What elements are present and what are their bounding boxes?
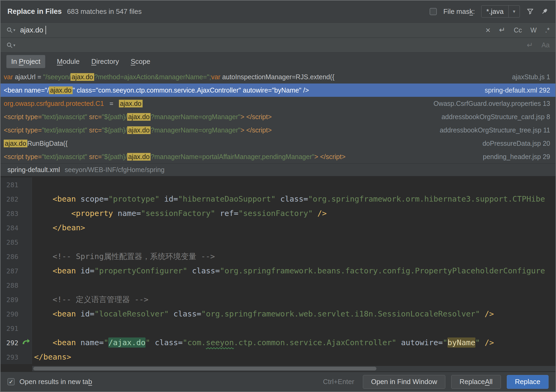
preview-file-path: seeyon/WEB-INF/cfgHome/spring <box>65 166 164 174</box>
editor-gutter: 282 <box>1 192 32 206</box>
editor-code <box>32 278 555 292</box>
editor-line: 285 <box>1 235 555 249</box>
editor-line: 282 <bean scope="prototype" id="hibernat… <box>1 192 555 206</box>
scope-tab-module[interactable]: Module <box>57 57 80 66</box>
editor-line: 292 <bean name="/ajax.do" class="com.see… <box>1 335 555 350</box>
editor-code <box>32 235 555 249</box>
replace-newline-icon[interactable]: ↵ <box>527 41 533 49</box>
editor-gutter: 290 <box>1 307 32 321</box>
editor-gutter: 286 <box>1 249 32 264</box>
result-row[interactable]: <script type="text/javascript" src="${pa… <box>1 110 555 123</box>
editor-line: 291 <box>1 321 555 335</box>
replace-input[interactable]: ▾ ↵ Aa <box>1 37 555 53</box>
replace-field-controls: ↵ Aa <box>527 41 550 49</box>
editor-line: 281 <box>1 177 555 192</box>
editor-gutter: 284 <box>1 220 32 235</box>
code-preview-editor[interactable]: 281282 <bean scope="prototype" id="hiber… <box>1 176 555 372</box>
replace-all-button[interactable]: Replace All <box>451 375 501 389</box>
replace-history-chevron-icon[interactable]: ▾ <box>13 42 15 48</box>
text-cursor <box>45 26 46 34</box>
match-case-toggle[interactable]: Cc <box>514 26 522 34</box>
result-snippet: var ajaxUrl = "/seeyon/ajax.do?method=aj… <box>4 73 507 81</box>
result-row[interactable]: ajax.doRunBigData({doPressureData.jsp 20 <box>1 137 555 150</box>
result-snippet: ajax.doRunBigData({ <box>4 140 477 147</box>
search-field-controls: × ↵ Cc W .* <box>486 26 550 34</box>
editor-code: </bean> <box>32 220 555 235</box>
file-mask-value: *.java <box>482 6 508 17</box>
footer-buttons: Open in Find WindowReplace AllReplace <box>363 375 549 389</box>
editor-lines: 281282 <bean scope="prototype" id="hiber… <box>1 176 555 364</box>
check-icon: ✓ <box>9 379 14 385</box>
file-mask-checkbox[interactable] <box>430 8 437 15</box>
dialog-footer: ✓ Open results in new tab Ctrl+Enter Ope… <box>1 372 555 391</box>
result-snippet: org.owasp.csrfguard.protected.C1 = ajax.… <box>4 100 428 107</box>
editor-code: </beans> <box>32 350 555 364</box>
replace-preview-icon[interactable] <box>22 338 30 347</box>
editor-gutter: 285 <box>1 235 32 249</box>
result-snippet: <script type="text/javascript" src="${pa… <box>4 113 436 121</box>
scope-tab-scope[interactable]: Scope <box>131 57 150 66</box>
search-query-text: ajax.do <box>20 26 43 34</box>
header-controls: File mask: *.java ▾ <box>430 5 549 18</box>
scope-tab-in-project[interactable]: In Project <box>6 55 45 68</box>
result-file-label: addressbookOrgStructure_tree.jsp 11 <box>434 126 555 134</box>
editor-code: <bean scope="prototype" id="hibernateDao… <box>32 192 555 206</box>
result-row[interactable]: org.owasp.csrfguard.protected.C1 = ajax.… <box>1 97 555 110</box>
replace-field-icon <box>6 42 13 48</box>
result-file-label: doPressureData.jsp 20 <box>477 140 555 147</box>
editor-gutter: 287 <box>1 264 32 278</box>
horizontal-scrollbar-thumb[interactable] <box>33 367 376 370</box>
editor-gutter: 291 <box>1 321 32 335</box>
result-snippet: <bean name="/ajax.do" class="com.seeyon.… <box>4 86 479 94</box>
editor-line: 288 <box>1 278 555 292</box>
replace-in-files-dialog: Replace in Files 683 matches in 547 file… <box>0 0 556 392</box>
editor-gutter: 292 <box>1 335 32 350</box>
editor-line: 284 </bean> <box>1 220 555 235</box>
file-mask-label: File mask: <box>443 7 475 16</box>
scope-tab-directory[interactable]: Directory <box>91 57 119 66</box>
editor-line: 290 <bean id="localeResolver" class="org… <box>1 307 555 321</box>
editor-line: 293</beans> <box>1 350 555 364</box>
open-results-checkbox[interactable]: ✓ <box>7 378 15 385</box>
result-snippet: <script type="text/javascript" src="${pa… <box>4 126 434 134</box>
result-row[interactable]: <script type="text/javascript" src="${pa… <box>1 123 555 137</box>
preview-file-name: spring-default.xml <box>7 166 60 174</box>
editor-gutter: 283 <box>1 206 32 220</box>
clear-search-icon[interactable]: × <box>486 26 491 34</box>
result-file-label: ajaxStub.js 1 <box>507 73 555 81</box>
result-file-label: Owasp.CsrfGuard.overlay.properties 13 <box>428 100 555 107</box>
result-file-label: spring-default.xml 292 <box>479 86 555 94</box>
editor-line: 286 <!-- Spring属性配置器，系统环境变量 --> <box>1 249 555 264</box>
replace-button[interactable]: Replace <box>507 375 549 389</box>
insert-newline-icon[interactable]: ↵ <box>499 26 505 34</box>
editor-code <box>32 177 555 192</box>
regex-toggle[interactable]: .* <box>545 26 550 34</box>
preserve-case-toggle[interactable]: Aa <box>541 41 550 49</box>
footer-actions: Ctrl+Enter Open in Find WindowReplace Al… <box>323 375 549 389</box>
pin-icon[interactable] <box>541 7 549 15</box>
preview-file-header: spring-default.xml seeyon/WEB-INF/cfgHom… <box>1 163 555 176</box>
result-row[interactable]: <script type="text/javascript" src="${pa… <box>1 150 555 163</box>
editor-gutter: 288 <box>1 278 32 292</box>
editor-line: 283 <property name="sessionFactory" ref=… <box>1 206 555 220</box>
search-input[interactable]: ▾ ajax.do × ↵ Cc W .* <box>1 22 555 37</box>
result-row[interactable]: var ajaxUrl = "/seeyon/ajax.do?method=aj… <box>1 70 555 84</box>
editor-line: 289 <!-- 定义语言管理器 --> <box>1 292 555 307</box>
search-results-list: var ajaxUrl = "/seeyon/ajax.do?method=aj… <box>1 70 555 163</box>
editor-gutter: 293 <box>1 350 32 364</box>
file-mask-combo[interactable]: *.java ▾ <box>481 5 520 18</box>
filter-icon[interactable] <box>526 7 534 15</box>
open-in-find-window-button[interactable]: Open in Find Window <box>363 375 446 389</box>
result-file-label: pending_header.jsp 29 <box>478 153 555 161</box>
editor-code: <bean name="/ajax.do" class="com.seeyon.… <box>32 335 555 350</box>
search-history-chevron-icon[interactable]: ▾ <box>13 27 15 33</box>
match-count-summary: 683 matches in 547 files <box>67 7 142 16</box>
editor-gutter: 281 <box>1 177 32 192</box>
chevron-down-icon[interactable]: ▾ <box>508 6 520 17</box>
scope-tab-bar: In ProjectModuleDirectoryScope <box>1 53 555 70</box>
result-snippet: <script type="text/javascript" src="${pa… <box>4 153 478 161</box>
open-results-label: Open results in new tab <box>19 378 92 386</box>
result-row[interactable]: <bean name="/ajax.do" class="com.seeyon.… <box>1 84 555 97</box>
whole-words-toggle[interactable]: W <box>530 26 537 34</box>
result-file-label: addressbookOrgStructure_card.jsp 8 <box>436 113 555 121</box>
